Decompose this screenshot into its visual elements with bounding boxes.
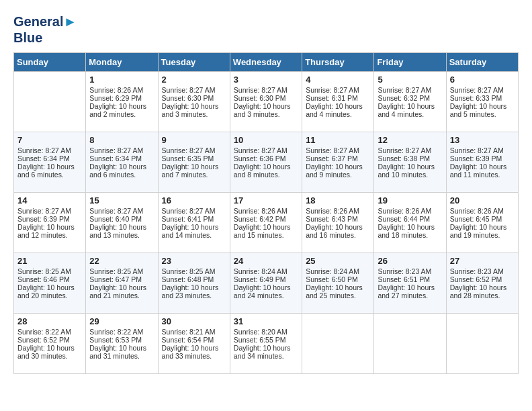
day-number: 16 xyxy=(162,195,226,205)
sunrise-text: Sunrise: 8:25 AM xyxy=(17,267,71,275)
col-header-monday: Monday xyxy=(86,53,158,72)
sunrise-text: Sunrise: 8:27 AM xyxy=(89,146,143,154)
calendar-cell: 2 Sunrise: 8:27 AM Sunset: 6:30 PM Dayli… xyxy=(158,72,230,132)
daylight-text: Daylight: 10 hours and 23 minutes. xyxy=(162,283,219,300)
day-number: 23 xyxy=(162,256,226,266)
sunrise-text: Sunrise: 8:27 AM xyxy=(450,146,504,154)
daylight-text: Daylight: 10 hours and 13 minutes. xyxy=(89,223,146,239)
daylight-text: Daylight: 10 hours and 9 minutes. xyxy=(306,163,363,179)
sunrise-text: Sunrise: 8:27 AM xyxy=(234,86,287,94)
daylight-text: Daylight: 10 hours and 28 minutes. xyxy=(450,283,507,300)
sunrise-text: Sunrise: 8:27 AM xyxy=(450,86,504,94)
daylight-text: Daylight: 10 hours and 6 minutes. xyxy=(89,163,146,179)
sunrise-text: Sunrise: 8:27 AM xyxy=(162,146,216,154)
day-number: 19 xyxy=(378,195,442,205)
daylight-text: Daylight: 10 hours and 24 minutes. xyxy=(234,283,291,300)
sunset-text: Sunset: 6:39 PM xyxy=(450,154,502,163)
daylight-text: Daylight: 10 hours and 3 minutes. xyxy=(162,102,219,118)
day-number: 13 xyxy=(450,135,515,145)
calendar-cell: 12 Sunrise: 8:27 AM Sunset: 6:38 PM Dayl… xyxy=(374,132,446,193)
sunset-text: Sunset: 6:30 PM xyxy=(162,94,214,102)
col-header-saturday: Saturday xyxy=(446,53,518,72)
daylight-text: Daylight: 10 hours and 4 minutes. xyxy=(378,102,435,118)
sunrise-text: Sunrise: 8:27 AM xyxy=(17,207,71,215)
sunrise-text: Sunrise: 8:26 AM xyxy=(89,86,143,94)
daylight-text: Daylight: 10 hours and 12 minutes. xyxy=(17,223,75,239)
daylight-text: Daylight: 10 hours and 2 minutes. xyxy=(89,102,146,118)
sunrise-text: Sunrise: 8:26 AM xyxy=(306,207,359,215)
daylight-text: Daylight: 10 hours and 16 minutes. xyxy=(306,223,363,239)
calendar-cell: 17 Sunrise: 8:26 AM Sunset: 6:42 PM Dayl… xyxy=(230,193,302,253)
sunrise-text: Sunrise: 8:23 AM xyxy=(378,267,431,275)
sunset-text: Sunset: 6:49 PM xyxy=(234,275,286,283)
calendar-cell: 31 Sunrise: 8:20 AM Sunset: 6:55 PM Dayl… xyxy=(230,314,302,374)
sunset-text: Sunset: 6:38 PM xyxy=(378,154,430,163)
sunset-text: Sunset: 6:32 PM xyxy=(378,94,430,102)
day-number: 26 xyxy=(378,256,442,266)
daylight-text: Daylight: 10 hours and 30 minutes. xyxy=(17,344,75,360)
sunset-text: Sunset: 6:52 PM xyxy=(450,275,502,283)
daylight-text: Daylight: 10 hours and 11 minutes. xyxy=(450,163,507,179)
daylight-text: Daylight: 10 hours and 25 minutes. xyxy=(306,283,363,300)
day-number: 25 xyxy=(306,256,370,266)
day-number: 14 xyxy=(17,195,82,205)
day-number: 21 xyxy=(17,256,82,266)
sunset-text: Sunset: 6:52 PM xyxy=(17,336,70,344)
sunset-text: Sunset: 6:47 PM xyxy=(89,275,142,283)
col-header-tuesday: Tuesday xyxy=(158,53,230,72)
day-number: 4 xyxy=(306,75,370,85)
sunset-text: Sunset: 6:33 PM xyxy=(450,94,502,102)
calendar-table: SundayMondayTuesdayWednesdayThursdayFrid… xyxy=(13,52,519,374)
logo-line1: General► xyxy=(13,13,77,30)
col-header-wednesday: Wednesday xyxy=(230,53,302,72)
sunset-text: Sunset: 6:48 PM xyxy=(162,275,214,283)
sunrise-text: Sunrise: 8:24 AM xyxy=(306,267,359,275)
sunset-text: Sunset: 6:31 PM xyxy=(306,94,358,102)
day-number: 27 xyxy=(450,256,515,266)
calendar-cell: 19 Sunrise: 8:26 AM Sunset: 6:44 PM Dayl… xyxy=(374,193,446,253)
daylight-text: Daylight: 10 hours and 10 minutes. xyxy=(378,163,435,179)
daylight-text: Daylight: 10 hours and 21 minutes. xyxy=(89,283,146,300)
daylight-text: Daylight: 10 hours and 8 minutes. xyxy=(234,163,291,179)
sunrise-text: Sunrise: 8:26 AM xyxy=(378,207,431,215)
daylight-text: Daylight: 10 hours and 7 minutes. xyxy=(162,163,219,179)
sunrise-text: Sunrise: 8:23 AM xyxy=(450,267,504,275)
logo-line2: Blue xyxy=(13,30,77,46)
sunrise-text: Sunrise: 8:22 AM xyxy=(89,328,143,336)
day-number: 15 xyxy=(89,195,154,205)
calendar-cell: 27 Sunrise: 8:23 AM Sunset: 6:52 PM Dayl… xyxy=(446,253,518,314)
daylight-text: Daylight: 10 hours and 20 minutes. xyxy=(17,283,75,300)
sunset-text: Sunset: 6:39 PM xyxy=(17,215,70,223)
calendar-cell xyxy=(446,314,518,374)
daylight-text: Daylight: 10 hours and 18 minutes. xyxy=(378,223,435,239)
calendar-week-row: 28 Sunrise: 8:22 AM Sunset: 6:52 PM Dayl… xyxy=(14,314,519,374)
day-number: 10 xyxy=(234,135,298,145)
calendar-cell: 22 Sunrise: 8:25 AM Sunset: 6:47 PM Dayl… xyxy=(86,253,158,314)
sunrise-text: Sunrise: 8:22 AM xyxy=(17,328,71,336)
sunset-text: Sunset: 6:44 PM xyxy=(378,215,430,223)
day-number: 8 xyxy=(89,135,154,145)
sunrise-text: Sunrise: 8:27 AM xyxy=(234,146,287,154)
sunset-text: Sunset: 6:46 PM xyxy=(17,275,70,283)
calendar-cell: 8 Sunrise: 8:27 AM Sunset: 6:34 PM Dayli… xyxy=(86,132,158,193)
calendar-week-row: 21 Sunrise: 8:25 AM Sunset: 6:46 PM Dayl… xyxy=(14,253,519,314)
sunset-text: Sunset: 6:36 PM xyxy=(234,154,286,163)
sunset-text: Sunset: 6:45 PM xyxy=(450,215,502,223)
calendar-cell: 28 Sunrise: 8:22 AM Sunset: 6:52 PM Dayl… xyxy=(14,314,86,374)
calendar-cell: 16 Sunrise: 8:27 AM Sunset: 6:41 PM Dayl… xyxy=(158,193,230,253)
sunset-text: Sunset: 6:40 PM xyxy=(89,215,142,223)
sunset-text: Sunset: 6:54 PM xyxy=(162,336,214,344)
daylight-text: Daylight: 10 hours and 19 minutes. xyxy=(450,223,507,239)
day-number: 20 xyxy=(450,195,515,205)
calendar-cell: 29 Sunrise: 8:22 AM Sunset: 6:53 PM Dayl… xyxy=(86,314,158,374)
calendar-cell xyxy=(302,314,374,374)
calendar-cell: 7 Sunrise: 8:27 AM Sunset: 6:34 PM Dayli… xyxy=(14,132,86,193)
calendar-cell: 30 Sunrise: 8:21 AM Sunset: 6:54 PM Dayl… xyxy=(158,314,230,374)
daylight-text: Daylight: 10 hours and 4 minutes. xyxy=(306,102,363,118)
calendar-cell: 11 Sunrise: 8:27 AM Sunset: 6:37 PM Dayl… xyxy=(302,132,374,193)
col-header-thursday: Thursday xyxy=(302,53,374,72)
sunset-text: Sunset: 6:34 PM xyxy=(17,154,70,163)
calendar-cell: 14 Sunrise: 8:27 AM Sunset: 6:39 PM Dayl… xyxy=(14,193,86,253)
sunrise-text: Sunrise: 8:27 AM xyxy=(162,207,216,215)
day-number: 29 xyxy=(89,316,154,326)
